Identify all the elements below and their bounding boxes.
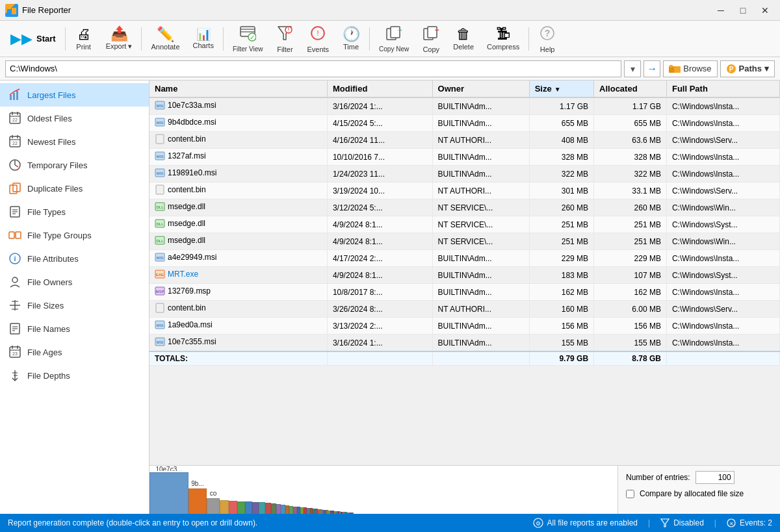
- table-row[interactable]: content.bin 4/16/2024 11... NT AUTHORI..…: [150, 132, 780, 149]
- cell-modified: 4/9/2024 8:1...: [327, 216, 432, 233]
- svg-rect-24: [670, 65, 673, 68]
- copy-label: Copy: [422, 45, 439, 53]
- cell-size: 156 MB: [529, 318, 593, 335]
- browse-button[interactable]: Browse: [663, 60, 717, 77]
- col-header-owner[interactable]: Owner: [432, 81, 529, 97]
- paths-button[interactable]: P Paths ▾: [720, 60, 775, 77]
- events-button[interactable]: ! Events: [302, 23, 334, 55]
- time-button[interactable]: 🕐 Time: [337, 23, 365, 55]
- file-names-icon: [8, 322, 22, 336]
- col-header-size[interactable]: Size▼: [529, 81, 593, 97]
- col-header-name[interactable]: Name: [150, 81, 327, 97]
- delete-button[interactable]: 🗑 Delete: [448, 23, 479, 55]
- table-row[interactable]: MSI1a9ed0a.msi 3/13/2024 2:... BUILTIN\A…: [150, 318, 780, 335]
- table-row[interactable]: DLLmsedge.dll 4/9/2024 8:1... NT SERVICE…: [150, 216, 780, 233]
- events-label: Events: [307, 45, 329, 53]
- col-header-allocated[interactable]: Allocated: [594, 81, 667, 97]
- chart-bar-item[interactable]: [281, 466, 285, 514]
- cell-fullpath: C:\Windows\Insta...: [666, 284, 779, 301]
- sidebar-item-oldest-files[interactable]: 22 Oldest Files: [0, 107, 149, 130]
- charts-button[interactable]: 📊 Charts: [188, 23, 219, 55]
- table-row[interactable]: content.bin 3/19/2024 10... NT AUTHORI..…: [150, 183, 780, 199]
- sidebar-item-file-type-groups[interactable]: File Type Groups: [0, 223, 149, 247]
- chart-bar-item[interactable]: [237, 466, 245, 514]
- compare-checkbox[interactable]: [626, 490, 634, 498]
- table-row[interactable]: MSI9b4dbdce.msi 4/15/2024 5:... BUILTIN\…: [150, 115, 780, 132]
- chart-bar: [220, 500, 229, 514]
- table-row[interactable]: MSI10e7c33a.msi 3/16/2024 1:... BUILTIN\…: [150, 97, 780, 115]
- table-row[interactable]: MSI119891e0.msi 1/24/2023 11... BUILTIN\…: [150, 166, 780, 183]
- sidebar-item-file-ages[interactable]: 23 File Ages: [0, 340, 149, 364]
- cell-modified: 10/10/2016 7...: [327, 149, 432, 166]
- svg-rect-49: [9, 232, 14, 238]
- file-table-container[interactable]: Name Modified Owner Size▼ Allocated Full…: [150, 81, 780, 465]
- table-row[interactable]: MSP132769.msp 10/8/2017 8:... BUILTIN\Ad…: [150, 284, 780, 301]
- export-icon: 📤: [110, 27, 128, 41]
- svg-text:✓: ✓: [250, 34, 255, 41]
- sidebar-item-file-types[interactable]: File Types: [0, 200, 149, 223]
- clock-icon: 🕐: [343, 27, 360, 42]
- annotate-button[interactable]: ✏️ Annotate: [146, 23, 185, 55]
- table-row[interactable]: EXEMRT.exe 4/9/2024 8:1... BUILTIN\Adm..…: [150, 267, 780, 284]
- table-row[interactable]: DLLmsedge.dll 3/12/2024 5:... NT SERVICE…: [150, 199, 780, 216]
- file-sizes-label: File Sizes: [27, 301, 64, 310]
- start-button[interactable]: ▶▶ Start: [5, 23, 61, 55]
- chart-bar-item[interactable]: [271, 466, 276, 514]
- filter-view-button[interactable]: ✓ Filter View: [228, 23, 268, 55]
- table-row[interactable]: MSI10e7c355.msi 3/16/2024 1:... BUILTIN\…: [150, 335, 780, 352]
- print-button[interactable]: 🖨 Print: [70, 23, 98, 55]
- events-label: Events: 2: [740, 518, 772, 527]
- svg-text:MSI: MSI: [157, 121, 164, 125]
- filter-button[interactable]: ! Filter: [270, 23, 299, 55]
- cell-allocated: 328 MB: [594, 149, 667, 166]
- sidebar-item-temporary-files[interactable]: Temporary Files: [0, 153, 149, 177]
- svg-text:EXE: EXE: [156, 273, 164, 277]
- sidebar-item-file-names[interactable]: File Names: [0, 317, 149, 340]
- col-header-modified[interactable]: Modified: [327, 81, 432, 97]
- chart-bar-item[interactable]: [229, 466, 237, 514]
- chart-bar-item[interactable]: [259, 466, 265, 514]
- entries-input[interactable]: [696, 471, 734, 484]
- chart-bar-item[interactable]: [252, 466, 259, 514]
- sidebar-item-file-depths[interactable]: File Depths: [0, 364, 149, 387]
- sidebar-item-newest-files[interactable]: 22 Newest Files: [0, 130, 149, 153]
- chart-bar-item[interactable]: [245, 466, 252, 514]
- cell-owner: NT SERVICE\...: [432, 199, 529, 216]
- chart-bar-item[interactable]: 10e7c3...: [150, 466, 188, 514]
- cell-owner: BUILTIN\Adm...: [432, 318, 529, 335]
- close-button[interactable]: ✕: [755, 4, 775, 17]
- chart-bar-item[interactable]: [265, 466, 271, 514]
- sidebar-item-file-attributes[interactable]: i File Attributes: [0, 247, 149, 270]
- annotate-icon: ✏️: [157, 27, 174, 42]
- chart-bar-item[interactable]: co: [207, 466, 220, 514]
- maximize-button[interactable]: □: [733, 4, 753, 17]
- compress-label: Compress: [487, 43, 519, 51]
- table-row[interactable]: MSIa4e29949.msi 4/17/2024 2:... BUILTIN\…: [150, 250, 780, 267]
- cell-fullpath: C:\Windows\Serv...: [666, 183, 779, 199]
- sep2: [141, 27, 142, 51]
- address-input[interactable]: [5, 60, 621, 77]
- compress-button[interactable]: 🗜 Compress: [482, 23, 525, 55]
- copy-button[interactable]: − Copy: [417, 23, 445, 55]
- help-button[interactable]: ? Help: [533, 23, 562, 55]
- chart-bar-item[interactable]: [220, 466, 229, 514]
- file-link[interactable]: MRT.exe: [168, 270, 198, 279]
- compare-row: Compare by allocated file size: [626, 489, 772, 498]
- chart-bar-item[interactable]: [276, 466, 281, 514]
- minimize-button[interactable]: ─: [711, 4, 731, 17]
- col-header-fullpath[interactable]: Full Path: [666, 81, 779, 97]
- address-dropdown-button[interactable]: ▾: [624, 60, 641, 77]
- sidebar-item-file-sizes[interactable]: File Sizes: [0, 294, 149, 317]
- sidebar-item-file-owners[interactable]: File Owners: [0, 270, 149, 294]
- table-row[interactable]: content.bin 3/26/2024 8:... NT AUTHORI..…: [150, 301, 780, 318]
- sidebar-item-largest-files[interactable]: Largest Files: [0, 83, 149, 107]
- sidebar-item-duplicate-files[interactable]: Duplicate Files: [0, 177, 149, 200]
- table-row[interactable]: MSI1327af.msi 10/10/2016 7... BUILTIN\Ad…: [150, 149, 780, 166]
- table-row[interactable]: DLLmsedge.dll 4/9/2024 8:1... NT SERVICE…: [150, 233, 780, 250]
- export-button[interactable]: 📤 Export ▾: [101, 23, 138, 55]
- copy-new-button[interactable]: → Copy New: [374, 23, 414, 55]
- svg-text:i: i: [14, 255, 16, 262]
- chart-bar-item[interactable]: [352, 466, 354, 514]
- navigate-button[interactable]: →: [644, 60, 660, 77]
- chart-bar-item[interactable]: 9b...: [188, 466, 207, 514]
